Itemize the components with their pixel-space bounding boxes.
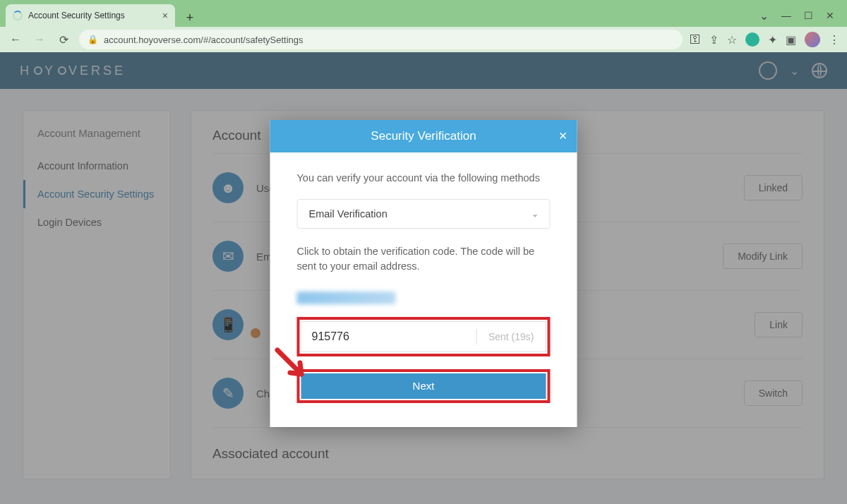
tab-title: Account Security Settings xyxy=(28,11,125,20)
verification-method-select[interactable]: Email Verification ⌄ xyxy=(297,199,551,229)
panel-icon[interactable]: ▣ xyxy=(786,33,796,47)
window-controls: ⌄ — ☐ ✕ xyxy=(759,4,841,27)
url-text: account.hoyoverse.com/#/account/safetySe… xyxy=(104,35,304,45)
lock-icon: 🔒 xyxy=(88,35,98,44)
close-window-icon[interactable]: ✕ xyxy=(826,10,834,21)
annotation-highlight: Next xyxy=(297,369,551,403)
share-icon[interactable]: ⇪ xyxy=(709,33,719,47)
forward-button[interactable]: → xyxy=(31,31,48,48)
maximize-icon[interactable]: ☐ xyxy=(804,10,813,21)
close-icon[interactable]: × xyxy=(559,128,567,144)
modal-hint: Click to obtain the verification code. T… xyxy=(297,244,551,273)
extension-icon[interactable] xyxy=(745,32,759,47)
reload-button[interactable]: ⟳ xyxy=(55,31,72,48)
puzzle-icon[interactable]: ✦ xyxy=(768,33,777,47)
back-button[interactable]: ← xyxy=(7,31,24,48)
profile-avatar[interactable] xyxy=(805,32,820,47)
security-verification-modal: Security Verification × You can verify y… xyxy=(270,120,577,427)
resend-countdown: Sent (19s) xyxy=(477,331,546,342)
star-icon[interactable]: ☆ xyxy=(727,33,737,47)
minimize-icon[interactable]: — xyxy=(781,10,791,21)
annotation-highlight: Sent (19s) xyxy=(297,317,551,356)
next-button[interactable]: Next xyxy=(301,373,546,399)
loading-spinner-icon xyxy=(13,11,23,20)
modal-title: Security Verification xyxy=(371,129,476,143)
browser-titlebar: Account Security Settings × + ⌄ — ☐ ✕ xyxy=(0,0,847,27)
selected-method: Email Verification xyxy=(309,208,388,220)
modal-instruction: You can verify your account via the foll… xyxy=(297,171,551,185)
chevron-down-icon: ⌄ xyxy=(531,209,539,219)
browser-tab[interactable]: Account Security Settings × xyxy=(6,4,175,27)
key-icon[interactable]: ⚿ xyxy=(690,33,701,46)
verification-code-input[interactable] xyxy=(302,322,476,352)
kebab-menu-icon[interactable]: ⋮ xyxy=(829,33,840,47)
address-bar[interactable]: 🔒 account.hoyoverse.com/#/account/safety… xyxy=(79,30,683,49)
redacted-email xyxy=(297,292,396,304)
browser-toolbar: ← → ⟳ 🔒 account.hoyoverse.com/#/account/… xyxy=(0,27,847,52)
modal-header: Security Verification × xyxy=(270,120,577,152)
new-tab-button[interactable]: + xyxy=(181,8,199,27)
close-tab-icon[interactable]: × xyxy=(162,10,168,21)
chevron-down-icon[interactable]: ⌄ xyxy=(759,9,769,23)
